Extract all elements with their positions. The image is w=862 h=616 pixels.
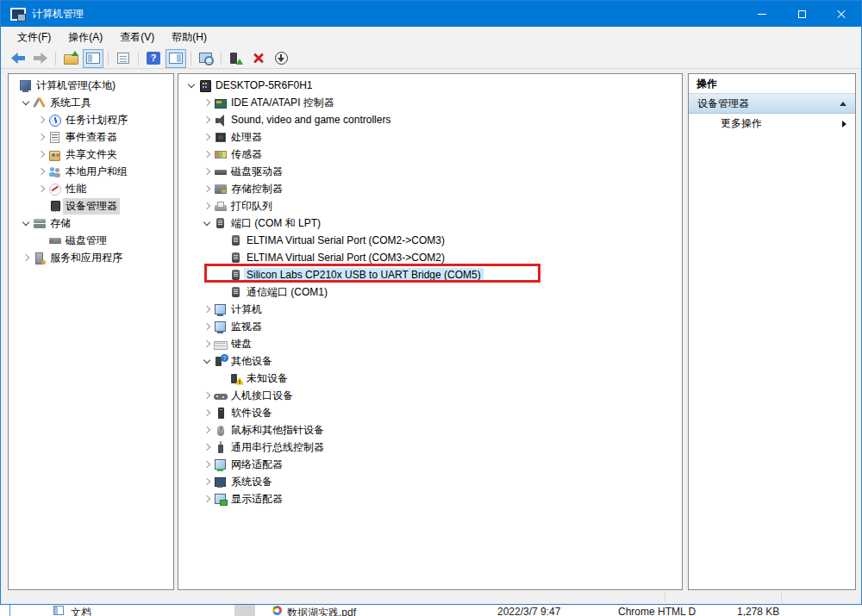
background-explorer-strip: 文档 数据湖实践.pdf 2022/3/7 9:47 Chrome HTML D… [0, 605, 862, 616]
device-tree-item[interactable]: 监视器 [178, 318, 682, 335]
menu-help[interactable]: 帮助(H) [163, 27, 216, 48]
tree-item[interactable]: 计算机管理(本地) [9, 77, 173, 94]
tree-item[interactable]: 事件查看器 [9, 128, 173, 146]
device-tree-item[interactable]: 网络适配器 [178, 456, 682, 473]
properties-button[interactable] [113, 49, 134, 68]
device-tree-item[interactable]: 打印队列 [178, 197, 682, 215]
menu-action[interactable]: 操作(A) [59, 27, 111, 48]
chevron-icon[interactable] [200, 147, 214, 161]
toolbar [1, 48, 861, 69]
port-icon [229, 286, 243, 299]
uninstall-device-button[interactable] [248, 49, 269, 68]
chevron-icon[interactable] [200, 423, 214, 437]
close-button[interactable] [821, 1, 861, 27]
chevron-icon[interactable] [200, 165, 214, 178]
chevron-icon[interactable] [200, 96, 214, 109]
chevron-icon[interactable] [200, 354, 214, 368]
software-device-icon [214, 407, 228, 420]
device-tree-item[interactable]: 系统设备 [178, 473, 682, 490]
tree-item[interactable]: 服务和应用程序 [9, 249, 173, 266]
tree-item[interactable]: 共享文件夹 [9, 146, 173, 163]
chevron-icon[interactable] [34, 182, 48, 196]
menu-file[interactable]: 文件(F) [9, 27, 59, 48]
tree-item[interactable]: 磁盘管理 [9, 232, 173, 249]
minimize-button[interactable] [742, 1, 782, 27]
device-tree-item[interactable]: 通信端口 (COM1) [178, 283, 682, 301]
device-tree-item[interactable]: 其他设备 [178, 352, 682, 370]
update-driver-button[interactable] [226, 49, 247, 68]
console-tree-toggle-button[interactable] [83, 49, 103, 68]
actions-group-device-manager[interactable]: 设备管理器 [689, 94, 855, 114]
device-tree-item[interactable]: 通用串行总线控制器 [178, 439, 682, 456]
chevron-icon[interactable] [200, 440, 214, 454]
chevron-icon[interactable] [200, 475, 214, 488]
keyboard-icon [214, 338, 228, 351]
tree-item[interactable]: 任务计划程序 [9, 111, 173, 128]
device-tree-item[interactable]: DESKTOP-5R6F0H1 [178, 77, 682, 94]
device-tree-item[interactable]: 显示适配器 [178, 490, 682, 507]
hid-icon [214, 389, 228, 402]
tree-item[interactable]: 本地用户和组 [9, 163, 173, 180]
tree-item[interactable]: 设备管理器 [9, 197, 173, 215]
forward-button[interactable] [30, 49, 51, 68]
explorer-file-name[interactable]: 数据湖实践.pdf [287, 606, 356, 616]
device-tree-item[interactable]: 软件设备 [178, 404, 682, 421]
chevron-icon[interactable] [184, 78, 198, 92]
chevron-icon[interactable] [200, 337, 214, 351]
action-pane-toggle-button[interactable] [166, 49, 186, 68]
device-tree-item[interactable]: 传感器 [178, 146, 682, 163]
device-tree-item[interactable]: ELTIMA Virtual Serial Port (COM2->COM3) [178, 232, 682, 249]
chevron-icon[interactable] [200, 457, 214, 471]
chevron-icon[interactable] [200, 130, 214, 144]
chevron-icon[interactable] [200, 492, 214, 506]
device-tree-item[interactable]: 存储控制器 [178, 180, 682, 197]
chevron-icon[interactable] [34, 113, 48, 127]
other-device-icon [214, 355, 228, 368]
device-tree-panel: DESKTOP-5R6F0H1 IDE ATA/ATAPI 控制器 Sound,… [178, 73, 683, 590]
task-scheduler-icon [48, 114, 62, 127]
device-tree-item[interactable]: 人机接口设备 [178, 387, 682, 404]
actions-title: 操作 [689, 74, 855, 94]
console-tree-icon [86, 52, 100, 65]
device-tree-item[interactable]: 未知设备 [178, 370, 682, 387]
device-tree-item[interactable]: 鼠标和其他指针设备 [178, 421, 682, 439]
chevron-icon[interactable] [200, 389, 214, 402]
device-tree-item[interactable]: 端口 (COM 和 LPT) [178, 215, 682, 232]
chevron-icon[interactable] [200, 216, 214, 230]
chevron-icon[interactable] [200, 199, 214, 213]
device-tree-item[interactable]: Sound, video and game controllers [178, 111, 682, 128]
export-list-button[interactable] [60, 49, 81, 68]
back-button[interactable] [8, 49, 28, 68]
device-tree-item[interactable]: 计算机 [178, 301, 682, 318]
console-tree-panel: 计算机管理(本地) 系统工具 任务计划程序 事件查看器 共享文件夹 本 [8, 73, 174, 590]
chevron-icon[interactable] [34, 130, 48, 144]
tree-item[interactable]: 存储 [9, 215, 173, 232]
chevron-icon[interactable] [19, 216, 33, 230]
device-tree-item[interactable]: 处理器 [178, 128, 682, 146]
chevron-icon[interactable] [19, 251, 33, 264]
disable-device-button[interactable] [271, 49, 291, 68]
device-tree-item[interactable]: Silicon Labs CP210x USB to UART Bridge (… [178, 266, 682, 283]
chevron-icon[interactable] [200, 406, 214, 420]
chevron-icon[interactable] [19, 96, 33, 109]
device-tree-item[interactable]: ELTIMA Virtual Serial Port (COM3->COM2) [178, 249, 682, 266]
menu-view[interactable]: 查看(V) [111, 27, 163, 48]
more-actions-item[interactable]: 更多操作 [689, 114, 855, 134]
chevron-icon[interactable] [200, 320, 214, 333]
chevron-icon[interactable] [200, 182, 214, 196]
chevron-icon[interactable] [34, 165, 48, 178]
scan-hardware-changes-button[interactable] [196, 49, 216, 68]
tree-item[interactable]: 性能 [9, 180, 173, 197]
device-tree-item[interactable]: 磁盘驱动器 [178, 163, 682, 180]
chevron-icon[interactable] [34, 147, 48, 161]
device-tree-item[interactable]: 键盘 [178, 335, 682, 352]
tree-item[interactable]: 系统工具 [9, 94, 173, 111]
device-tree-item[interactable]: IDE ATA/ATAPI 控制器 [178, 94, 682, 111]
explorer-window-border [9, 605, 10, 616]
chevron-icon[interactable] [200, 113, 214, 127]
chevron-icon[interactable] [200, 302, 214, 316]
maximize-button[interactable] [782, 1, 821, 27]
help-button[interactable] [143, 49, 164, 68]
explorer-nav-documents[interactable]: 文档 [71, 606, 91, 616]
collapse-icon[interactable] [840, 102, 846, 106]
